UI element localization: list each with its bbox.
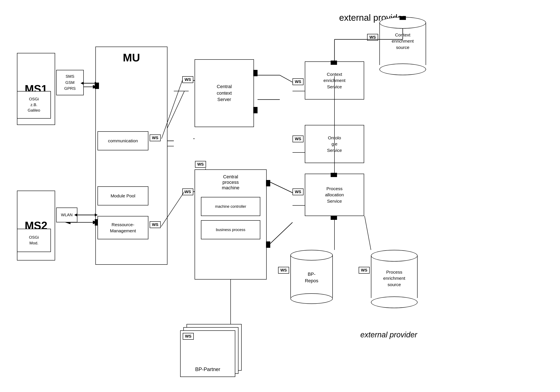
ressource-management-box: Ressource- Management: [98, 216, 148, 239]
svg-line-29: [270, 222, 292, 244]
ms1-sms-label: SMS GSM GPRS: [64, 74, 76, 92]
bp-repos-label: BP- Repos: [290, 271, 333, 284]
cpm-right-connector-top: [266, 180, 270, 186]
ces-label: Context enrichment Service: [323, 71, 346, 90]
process-allocation-service-box: Process allocation Service: [305, 174, 364, 216]
ws-cpm-left: WS: [182, 189, 193, 195]
context-enrichment-service-box: Context enrichment Service: [305, 61, 364, 100]
diagram: external provider MS1 SMS GSM GPRS OSGi …: [0, 0, 560, 392]
pas-top-connector: [331, 173, 337, 177]
ms2-wlan-label: WLAN: [61, 213, 73, 217]
ws-ces: WS: [292, 78, 303, 85]
ws-pas: WS: [292, 189, 303, 195]
ms2-wlan-box: WLAN: [56, 208, 77, 222]
svg-line-28: [270, 182, 292, 193]
ms2-osgi-box: OSGi Mod.: [17, 229, 51, 252]
pas-label: Process allocation Service: [325, 185, 344, 204]
process-enrichment-source: WS Process enrichment source: [371, 250, 418, 309]
ws-communication: WS: [150, 134, 161, 141]
external-provider-label-bottom: external provider: [360, 330, 417, 339]
ws-bp-repos: WS: [278, 267, 289, 274]
central-context-server-box: Central context Server: [195, 59, 254, 127]
module-pool-box: Module Pool: [98, 186, 148, 205]
cpm-label: Central process machine: [222, 174, 239, 191]
communication-box: communication: [98, 131, 148, 150]
ws-cpm-top: WS: [195, 161, 206, 168]
context-enrichment-source: WS Context enrichment source: [380, 17, 426, 76]
ws-ressource: WS: [150, 221, 161, 228]
central-process-machine-box: Central process machine machine controll…: [195, 169, 267, 279]
svg-line-21: [280, 75, 292, 82]
bp-partner: WS BP-Partner: [180, 324, 248, 379]
ws-ces-source: WS: [367, 34, 378, 41]
ccs-right-connector-bottom: [253, 107, 258, 113]
ontologie-label: Ontolo gie Service: [327, 135, 342, 153]
ms2-osgi-label: OSGi Mod.: [29, 235, 39, 246]
mu-left-connector-top: [95, 83, 99, 89]
ws-pes: WS: [359, 267, 370, 274]
pes-label: Process enrichment source: [371, 269, 418, 287]
ces-source-label: Context enrichment source: [380, 32, 426, 50]
machine-controller-box: machine controller: [201, 197, 260, 216]
ms1-osgi-box: OSGi z.B. Galileo: [17, 91, 51, 119]
ws-ontologie: WS: [292, 135, 303, 142]
business-process-box: business process: [201, 220, 260, 239]
central-context-label: Central context Server: [217, 83, 232, 103]
ws-bp-partner: WS: [183, 333, 194, 340]
ces-top-connector: [331, 61, 337, 65]
cpm-right-connector-bottom: [266, 241, 270, 248]
ms1-sms-box: SMS GSM GPRS: [56, 70, 84, 95]
ms1-osgi-label: OSGi z.B. Galileo: [28, 96, 40, 113]
ontologie-service-box: Ontolo gie Service: [305, 125, 364, 163]
svg-line-35: [365, 216, 371, 250]
ressource-label: Ressource- Management: [110, 221, 136, 234]
ws-central-context-left: WS: [182, 76, 193, 83]
pas-bottom-connector: [331, 216, 337, 220]
ccs-right-connector-top: [253, 70, 258, 76]
bp-repos-cylinder: WS BP- Repos: [290, 250, 333, 305]
